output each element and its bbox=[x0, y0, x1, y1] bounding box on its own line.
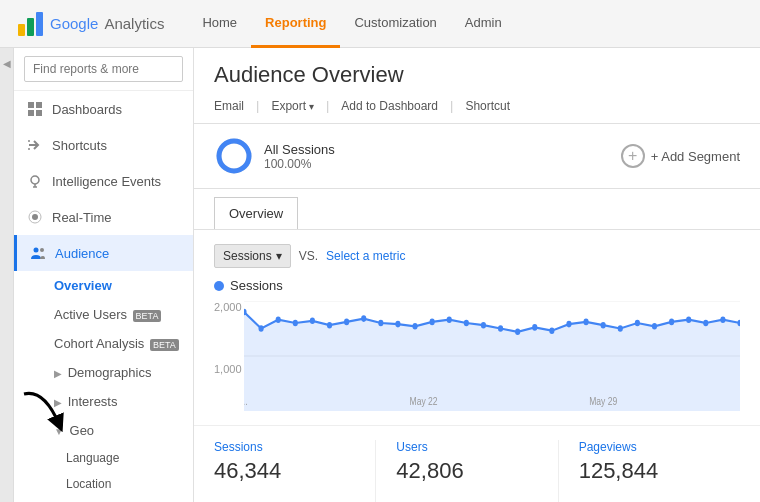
svg-point-35 bbox=[481, 322, 486, 329]
svg-point-39 bbox=[549, 327, 554, 334]
svg-point-33 bbox=[447, 316, 452, 323]
add-segment-button[interactable]: + + Add Segment bbox=[621, 144, 740, 168]
svg-point-43 bbox=[618, 325, 623, 332]
svg-point-29 bbox=[378, 320, 383, 327]
geo-label: Geo bbox=[70, 423, 95, 438]
chart-y-max: 2,000 bbox=[214, 301, 242, 313]
sidebar-label-audience: Audience bbox=[55, 246, 109, 261]
interests-expand-icon: ▶ bbox=[54, 397, 62, 408]
metric-dropdown[interactable]: Sessions ▾ bbox=[214, 244, 291, 268]
svg-point-36 bbox=[498, 325, 503, 332]
svg-point-18 bbox=[219, 141, 249, 171]
svg-rect-1 bbox=[27, 18, 34, 36]
svg-rect-3 bbox=[28, 102, 34, 108]
sidebar-subitem-overview[interactable]: Overview bbox=[14, 271, 193, 300]
svg-point-44 bbox=[635, 320, 640, 327]
segment-badge: All Sessions 100.00% bbox=[214, 136, 335, 176]
svg-point-47 bbox=[686, 316, 691, 323]
sidebar-toggle[interactable]: ◀ bbox=[0, 48, 14, 502]
svg-rect-2 bbox=[36, 12, 43, 36]
stat-users: Users 42,806 bbox=[396, 440, 558, 502]
sidebar-subitem-interests[interactable]: ▶ Interests bbox=[14, 387, 193, 416]
svg-point-41 bbox=[584, 319, 589, 326]
add-dashboard-action[interactable]: Add to Dashboard bbox=[341, 99, 438, 113]
svg-point-49 bbox=[720, 316, 725, 323]
sidebar-subitem-language[interactable]: Language bbox=[14, 445, 193, 471]
svg-text:May 22: May 22 bbox=[410, 395, 438, 407]
email-action[interactable]: Email bbox=[214, 99, 244, 113]
stat-pageviews: Pageviews 125,844 bbox=[579, 440, 740, 502]
svg-point-38 bbox=[532, 324, 537, 331]
sidebar-label-intelligence: Intelligence Events bbox=[52, 174, 161, 189]
export-action[interactable]: Export bbox=[271, 99, 313, 113]
interests-label: Interests bbox=[68, 394, 118, 409]
sidebar-item-realtime[interactable]: Real-Time bbox=[14, 199, 193, 235]
stat-users-value: 42,806 bbox=[396, 458, 537, 484]
chart-metric-label: Sessions bbox=[230, 278, 283, 293]
top-navigation: Google Analytics Home Reporting Customiz… bbox=[0, 0, 760, 48]
vs-label: VS. bbox=[299, 249, 318, 263]
svg-point-46 bbox=[669, 319, 674, 326]
people-icon bbox=[29, 244, 47, 262]
svg-point-27 bbox=[344, 319, 349, 326]
nav-customization[interactable]: Customization bbox=[340, 0, 450, 48]
nav-admin[interactable]: Admin bbox=[451, 0, 516, 48]
demographics-expand-icon: ▶ bbox=[54, 368, 62, 379]
svg-text:...: ... bbox=[244, 395, 248, 407]
sidebar-subitem-geo[interactable]: ▼ Geo bbox=[14, 416, 193, 445]
stat-users-sparkline bbox=[396, 490, 537, 502]
svg-point-48 bbox=[703, 320, 708, 327]
select-metric-link[interactable]: Select a metric bbox=[326, 249, 405, 263]
segment-name: All Sessions bbox=[264, 142, 335, 157]
chart-svg: ... May 22 May 29 bbox=[244, 301, 740, 411]
svg-point-28 bbox=[361, 315, 366, 322]
logo-analytics: Analytics bbox=[104, 15, 164, 32]
active-users-badge: BETA bbox=[133, 310, 162, 322]
sidebar-subitem-active-users[interactable]: Active Users BETA bbox=[14, 300, 193, 329]
stat-sessions: Sessions 46,344 bbox=[214, 440, 376, 502]
sidebar-item-shortcuts[interactable]: Shortcuts bbox=[14, 127, 193, 163]
stat-pageviews-label[interactable]: Pageviews bbox=[579, 440, 720, 454]
chart-area: Sessions ▾ VS. Select a metric Sessions … bbox=[194, 230, 760, 425]
svg-rect-5 bbox=[28, 110, 34, 116]
nav-reporting[interactable]: Reporting bbox=[251, 0, 340, 48]
cohort-label: Cohort Analysis bbox=[54, 336, 144, 351]
svg-text:May 29: May 29 bbox=[589, 395, 617, 407]
overview-tab-area: Overview bbox=[194, 189, 760, 230]
stat-sessions-value: 46,344 bbox=[214, 458, 355, 484]
svg-point-15 bbox=[34, 248, 39, 253]
geo-expand-icon: ▼ bbox=[54, 426, 64, 437]
active-users-label: Active Users bbox=[54, 307, 127, 322]
main-layout: ◀ Dashboards Shortcuts Intelligence Even… bbox=[0, 48, 760, 502]
sidebar-subitem-demographics[interactable]: ▶ Demographics bbox=[14, 358, 193, 387]
stat-sessions-label[interactable]: Sessions bbox=[214, 440, 355, 454]
shortcuts-icon bbox=[26, 136, 44, 154]
google-analytics-logo bbox=[16, 10, 44, 38]
page-title: Audience Overview bbox=[214, 62, 740, 88]
stat-pageviews-sparkline bbox=[579, 490, 720, 502]
main-nav: Home Reporting Customization Admin bbox=[188, 0, 515, 47]
bulb-icon bbox=[26, 172, 44, 190]
stat-sessions-sparkline bbox=[214, 490, 355, 502]
grid-icon bbox=[26, 100, 44, 118]
sidebar-subitem-cohort[interactable]: Cohort Analysis BETA bbox=[14, 329, 193, 358]
sidebar-item-intelligence[interactable]: Intelligence Events bbox=[14, 163, 193, 199]
search-input[interactable] bbox=[24, 56, 183, 82]
svg-point-42 bbox=[601, 322, 606, 329]
overview-tab[interactable]: Overview bbox=[214, 197, 298, 229]
sidebar-item-audience[interactable]: Audience bbox=[14, 235, 193, 271]
cohort-badge: BETA bbox=[150, 339, 179, 351]
shortcut-action[interactable]: Shortcut bbox=[465, 99, 510, 113]
segment-donut-chart bbox=[214, 136, 254, 176]
stat-users-label[interactable]: Users bbox=[396, 440, 537, 454]
sidebar-item-dashboards[interactable]: Dashboards bbox=[14, 91, 193, 127]
svg-rect-4 bbox=[36, 102, 42, 108]
segment-area: All Sessions 100.00% + + Add Segment bbox=[194, 124, 760, 189]
sidebar-subitem-location[interactable]: Location bbox=[14, 471, 193, 497]
main-header: Audience Overview Email | Export | Add t… bbox=[194, 48, 760, 124]
add-segment-label: + Add Segment bbox=[651, 149, 740, 164]
svg-point-13 bbox=[32, 214, 38, 220]
stats-row: Sessions 46,344 Users 42,806 Pageviews 1… bbox=[194, 425, 760, 502]
metric-selector: Sessions ▾ VS. Select a metric bbox=[214, 244, 740, 268]
nav-home[interactable]: Home bbox=[188, 0, 251, 48]
